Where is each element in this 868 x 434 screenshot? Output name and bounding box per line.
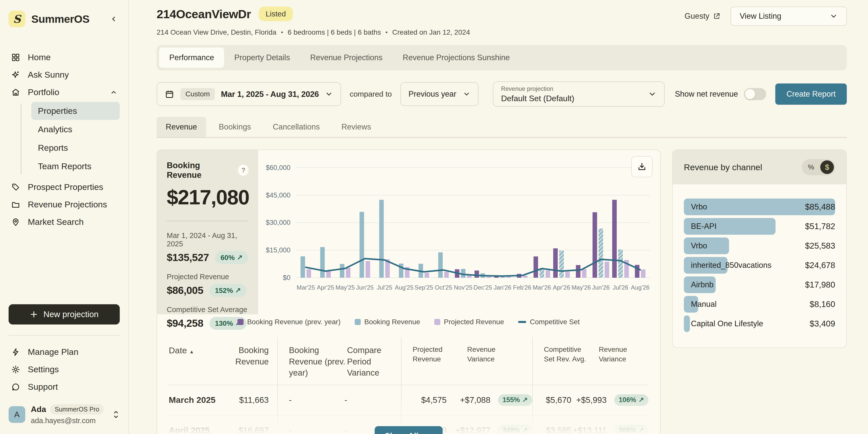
projection-value: Default Set (Default) [501,94,574,103]
toggle-knob [745,89,755,99]
column-header-booking[interactable]: Booking Revenue [224,345,269,367]
svg-text:Feb'26: Feb'26 [513,284,531,291]
sidebar-bottom: New projection Manage Plan Settings Supp… [8,304,120,425]
sidebar-nav: Home Ask Sunny Portfolio Properties Anal… [8,49,120,231]
compset-average-value: $94,258 [167,317,204,329]
variance-badge: 155%↗ [498,394,532,406]
property-created: Created on Jan 12, 2024 [392,28,470,36]
compare-period-value: $135,527 [167,252,209,264]
property-address: 214 Ocean View Drive, Destin, Florida [157,28,276,36]
channel-row: Vrbo$25,583 [684,237,835,254]
sidebar-item-manage-plan[interactable]: Manage Plan [8,343,120,361]
subtab-bookings[interactable]: Bookings [210,117,260,137]
chevron-up-icon [110,89,117,96]
svg-text:$45,000: $45,000 [266,192,290,199]
column-header-projected[interactable]: Projected Revenue [412,345,453,364]
sidebar-item-settings[interactable]: Settings [8,361,120,378]
avatar: A [8,406,25,423]
percent-dollar-toggle[interactable]: % $ [802,159,835,175]
column-header-date[interactable]: Date ▲ [169,345,224,356]
sidebar-item-revenue-projections[interactable]: Revenue Projections [8,196,120,213]
chevron-down-icon [830,12,838,20]
performance-card: Booking Revenue ? $217,080 Mar 1, 2024 -… [157,149,660,434]
column-header-variance[interactable]: Revenue Variance [467,345,518,364]
filter-bar: Custom Mar 1, 2025 - Aug 31, 2026 compar… [157,82,847,107]
trend-up-icon: ↗ [235,286,241,295]
sidebar-item-ask-sunny[interactable]: Ask Sunny [8,66,120,84]
dollar-option[interactable]: $ [820,161,834,174]
sidebar-item-analytics[interactable]: Analytics [31,120,120,138]
divider [167,221,249,221]
channel-row: Vrbo$85,488 [684,199,835,215]
trend-up-icon: ↗ [638,426,644,434]
tab-revenue-projections-sunshine[interactable]: Revenue Projections Sunshine [393,48,520,68]
sort-asc-icon: ▲ [189,349,194,354]
legend-booking-prev-year: Booking Revenue (prev. year) [238,318,341,326]
divider [8,335,120,336]
projected-revenue-value: $86,005 [167,285,204,296]
svg-text:Sep'25: Sep'25 [414,284,433,291]
channel-row: Capital One Lifestyle$3,409 [684,315,835,332]
date-range-value: Mar 1, 2025 - Aug 31, 2026 [221,90,319,99]
tab-performance[interactable]: Performance [159,48,224,68]
help-icon[interactable]: ? [238,165,249,176]
revenue-chart: $0$15,000$30,000$45,000$60,000Mar'25Apr'… [258,150,660,314]
sidebar-item-support[interactable]: Support [8,378,120,396]
net-revenue-toggle[interactable] [744,88,766,100]
sidebar-item-market-search[interactable]: Market Search [8,213,120,231]
channel-panel-title: Revenue by channel [684,163,762,172]
sidebar-item-home[interactable]: Home [8,49,120,66]
table-header-row: Date ▲ Booking Revenue Booking Revenue (… [169,337,649,385]
subtab-cancellations[interactable]: Cancellations [264,117,329,137]
folder-icon [11,200,20,209]
profile-menu[interactable]: A Ada SummerOS Pro ada.hayes@str.com [8,404,120,425]
svg-text:$30,000: $30,000 [266,219,290,226]
tab-revenue-projections[interactable]: Revenue Projections [300,48,393,68]
main-tabs: Performance Property Details Revenue Pro… [157,45,847,70]
guesty-link[interactable]: Guesty [685,11,720,21]
subtab-revenue[interactable]: Revenue [157,117,206,137]
booking-revenue-summary: Booking Revenue ? $217,080 Mar 1, 2024 -… [157,150,258,314]
tab-property-details[interactable]: Property Details [224,48,300,68]
percent-option[interactable]: % [802,163,820,171]
summeros-logo-icon: S [8,11,25,27]
column-header-compset-variance[interactable]: Revenue Variance [599,345,649,364]
brand: S SummerOS [8,11,120,27]
sidebar: S SummerOS Home Ask Sunny Portfolio Prop… [0,0,129,434]
chevron-down-icon [648,90,656,98]
property-meta: 214 Ocean View Drive, Destin, Florida • … [157,28,470,36]
sidebar-item-prospect-properties[interactable]: Prospect Properties [8,178,120,196]
sidebar-item-portfolio[interactable]: Portfolio [8,84,120,101]
lightning-icon [11,347,20,357]
compare-period-dropdown[interactable]: Previous year [400,82,479,106]
download-chart-button[interactable] [631,156,652,177]
channel-row: inherited_850vacations$24,678 [684,257,835,274]
column-header-prev-year[interactable]: Booking Revenue (prev. year) [289,345,347,379]
page-title: 214OceanViewDr [157,7,251,21]
chevron-down-icon [463,90,470,98]
sidebar-item-team-reports[interactable]: Team Reports [31,157,120,175]
projection-label: Revenue projection [501,85,574,92]
column-header-compare-variance[interactable]: Compare Period Variance [347,345,401,379]
new-projection-button[interactable]: New projection [8,304,120,324]
gear-icon [11,365,20,374]
sidebar-collapse-button[interactable] [108,13,120,25]
grid-icon [11,53,20,62]
external-link-icon [713,12,720,20]
total-booking-revenue: $217,080 [167,185,249,209]
sidebar-item-properties[interactable]: Properties [31,102,120,120]
sidebar-item-reports[interactable]: Reports [31,139,120,157]
svg-text:$0: $0 [283,274,290,282]
create-report-button[interactable]: Create Report [775,84,847,105]
delta-badge: 152%↗ [210,284,247,297]
view-listing-dropdown[interactable]: View Listing [731,7,847,26]
svg-text:Jun'25: Jun'25 [356,284,374,291]
svg-text:$60,000: $60,000 [266,164,290,171]
compared-to-label: compared to [350,90,392,98]
show-all-button[interactable]: Show All [375,426,443,434]
revenue-projection-dropdown[interactable]: Revenue projection Default Set (Default) [493,82,664,107]
subtab-reviews[interactable]: Reviews [333,117,380,137]
range-type-chip: Custom [180,88,215,100]
date-range-picker[interactable]: Custom Mar 1, 2025 - Aug 31, 2026 [157,82,341,106]
column-header-compset[interactable]: Competitive Set Rev. Avg. [544,345,589,364]
